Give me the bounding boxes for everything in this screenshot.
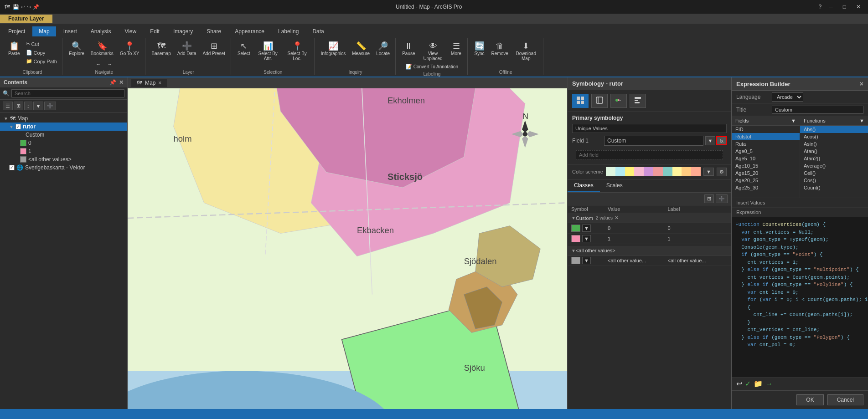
- color-scheme-settings[interactable]: ⚙: [717, 168, 727, 176]
- undo-btn[interactable]: ↩: [21, 4, 25, 10]
- title-input[interactable]: [772, 106, 863, 114]
- field-item-Age25_30[interactable]: Age25_30: [732, 184, 800, 191]
- expr-ok-button[interactable]: OK: [796, 394, 823, 405]
- sym-add-btn[interactable]: ➕: [716, 194, 728, 203]
- select-by-attributes-button[interactable]: 📊 Select By Attr.: [254, 40, 282, 63]
- fn-item-Atan[interactable]: Atan(): [800, 148, 868, 155]
- expr-cancel-button[interactable]: Cancel: [827, 394, 863, 405]
- paste-button[interactable]: 📋 Paste: [5, 40, 23, 58]
- field-item-RutstoI[interactable]: RutstoI: [732, 133, 800, 140]
- tab-map[interactable]: Map: [32, 26, 56, 36]
- tree-item-sverigebase[interactable]: ✓ 🌐 Sverigebaskarta - Vektor: [0, 164, 127, 172]
- sym-more-options-btn[interactable]: ⊞: [704, 194, 714, 203]
- sync-button[interactable]: 🔄 Sync: [471, 40, 488, 58]
- tree-item-rutor[interactable]: ▼ ✓ rutor: [0, 123, 127, 131]
- explore-button[interactable]: 🔍 Explore: [66, 40, 87, 58]
- fn-item-Average[interactable]: Average(): [800, 162, 868, 169]
- field-item-Age5_10[interactable]: Age5_10: [732, 155, 800, 162]
- select-by-location-button[interactable]: 📍 Select By Loc.: [283, 40, 311, 63]
- sym-tab-template[interactable]: [630, 94, 646, 108]
- color-bar[interactable]: [606, 167, 701, 176]
- tab-project[interactable]: Project: [2, 26, 31, 36]
- close-btn[interactable]: ✕: [853, 4, 863, 10]
- fn-item-Atan2[interactable]: Atan2(): [800, 155, 868, 162]
- tab-view[interactable]: View: [118, 26, 143, 36]
- sym-tab-properties[interactable]: [591, 94, 608, 108]
- contents-close-icon[interactable]: ✕: [119, 79, 124, 86]
- map-tab-close[interactable]: ×: [158, 80, 161, 86]
- add-field-input[interactable]: [576, 150, 723, 159]
- contents-sort-btn[interactable]: ↕: [24, 102, 32, 110]
- tab-analysis[interactable]: Analysis: [84, 26, 118, 36]
- sym-tab-scales[interactable]: Scales: [600, 179, 629, 192]
- tree-item-map[interactable]: ▼ 🗺 Map: [0, 114, 127, 123]
- custom-group-expand[interactable]: ▼: [571, 215, 576, 220]
- tab-data[interactable]: Data: [306, 26, 330, 36]
- pause-button[interactable]: ⏸ Pause: [399, 40, 418, 58]
- cut-button[interactable]: ✂Cut: [24, 40, 59, 48]
- contents-search-input[interactable]: [11, 89, 124, 97]
- field-item-Age0_5[interactable]: Age0_5: [732, 148, 800, 155]
- measure-button[interactable]: 📏 Measure: [349, 40, 372, 58]
- downloadmap-button[interactable]: ⬇ Download Map: [512, 40, 540, 63]
- expr-save-btn[interactable]: →: [765, 379, 773, 388]
- sverigebase-visibility-check[interactable]: ✓: [9, 165, 15, 170]
- sym-tab-gallery[interactable]: [572, 94, 589, 108]
- color-scheme-dropdown[interactable]: ▼: [703, 168, 714, 176]
- unique-values-selector[interactable]: Unique Values: [572, 124, 727, 133]
- feature-layer-tab[interactable]: Feature Layer: [0, 15, 52, 23]
- field-item-Age10_15[interactable]: Age10_15: [732, 162, 800, 169]
- expr-load-btn[interactable]: 📁: [754, 379, 763, 388]
- copy-button[interactable]: 📄Copy: [24, 49, 59, 56]
- forward-button[interactable]: →: [105, 61, 114, 68]
- copypath-button[interactable]: 📁Copy Path: [24, 57, 59, 65]
- fn-item-Abs[interactable]: Abs(): [800, 126, 868, 133]
- basemap-button[interactable]: 🗺 Basemap: [149, 40, 174, 58]
- contents-filter-btn[interactable]: ▼: [33, 102, 44, 110]
- contents-tile-view-btn[interactable]: ⊞: [14, 102, 23, 110]
- convert-annotation-button[interactable]: 📝 Convert To Annotation: [404, 63, 460, 71]
- tab-share[interactable]: Share: [200, 26, 227, 36]
- expression-code-editor[interactable]: Function CountVertices(geom) { var cnt_v…: [732, 217, 868, 378]
- functions-filter-icon[interactable]: ▼: [859, 118, 864, 123]
- contents-add-btn[interactable]: ➕: [44, 102, 56, 110]
- sym-row0-dropdown[interactable]: ▼: [582, 225, 591, 232]
- fields-filter-icon[interactable]: ▼: [791, 118, 796, 123]
- language-select[interactable]: Arcade: [772, 92, 803, 102]
- viewunplaced-button[interactable]: 👁 View Unplaced: [419, 40, 447, 63]
- select-button[interactable]: ↖ Select: [235, 40, 253, 58]
- pin-btn[interactable]: 📌: [33, 4, 39, 10]
- adddata-button[interactable]: ➕ Add Data: [175, 40, 199, 58]
- tab-imagery[interactable]: Imagery: [167, 26, 199, 36]
- infographics-button[interactable]: 📈 Infographics: [318, 40, 348, 58]
- maximize-btn[interactable]: □: [840, 4, 849, 10]
- fn-item-Ceil[interactable]: Ceil(): [800, 169, 868, 177]
- remove-button[interactable]: 🗑 Remove: [489, 40, 511, 58]
- field1-dropdown-btn[interactable]: ▼: [705, 136, 716, 145]
- other-group-expand[interactable]: ▼: [571, 248, 576, 253]
- field-item-FID[interactable]: FID: [732, 126, 800, 133]
- rutor-visibility-check[interactable]: ✓: [16, 124, 21, 129]
- contents-pin-icon[interactable]: 📌: [109, 79, 116, 86]
- tab-edit[interactable]: Edit: [144, 26, 166, 36]
- expr-undo-btn[interactable]: ↩: [736, 379, 742, 388]
- sym-other-dropdown[interactable]: ▼: [582, 257, 591, 264]
- fn-item-Asin[interactable]: Asin(): [800, 140, 868, 148]
- fn-item-Cos[interactable]: Cos(): [800, 177, 868, 184]
- field-item-Age15_20[interactable]: Age15_20: [732, 169, 800, 177]
- minimize-btn[interactable]: ─: [826, 4, 836, 10]
- map-tab[interactable]: 🗺 Map ×: [131, 79, 167, 87]
- expr-validate-btn[interactable]: ✓: [745, 379, 751, 388]
- redo-btn[interactable]: ↪: [27, 4, 31, 10]
- fn-item-Acos[interactable]: Acos(): [800, 133, 868, 140]
- field-item-Ruta[interactable]: Ruta: [732, 140, 800, 148]
- bookmarks-button[interactable]: 🔖 Bookmarks: [88, 40, 116, 58]
- goto-button[interactable]: 📍 Go To XY: [117, 40, 142, 58]
- field-item-Age20_25[interactable]: Age20_25: [732, 177, 800, 184]
- field1-expression-btn[interactable]: fx: [716, 136, 727, 145]
- tab-appearance[interactable]: Appearance: [228, 26, 271, 36]
- contents-list-view-btn[interactable]: ☰: [3, 102, 13, 110]
- map-canvas[interactable]: Ångskogen Ekholmen holm Sticksjö Ekbacke…: [128, 88, 567, 409]
- back-button[interactable]: ←: [93, 61, 103, 68]
- locate-button[interactable]: 🔎 Locate: [373, 40, 393, 58]
